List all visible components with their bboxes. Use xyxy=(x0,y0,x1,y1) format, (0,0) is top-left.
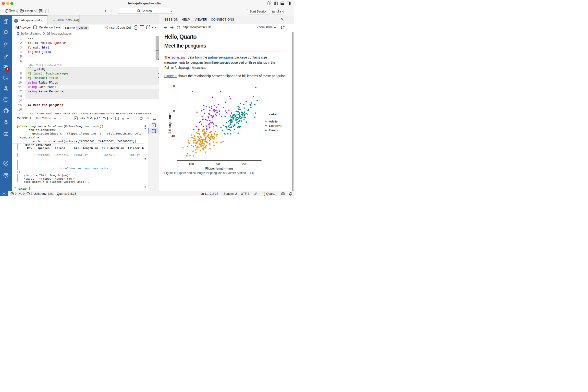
svg-text:200: 200 xyxy=(214,162,220,166)
svg-text:50: 50 xyxy=(172,110,175,113)
svg-text:Bill length (mm): Bill length (mm) xyxy=(168,112,172,134)
svg-text:Adelie: Adelie xyxy=(269,120,278,123)
svg-text:Chinstrap: Chinstrap xyxy=(269,124,282,128)
svg-text:60: 60 xyxy=(172,84,175,88)
svg-text:180: 180 xyxy=(189,162,194,166)
svg-text:40: 40 xyxy=(172,134,175,138)
svg-text:Flipper length (mm): Flipper length (mm) xyxy=(205,166,233,170)
svg-text:220: 220 xyxy=(240,162,246,166)
svg-text:Gentoo: Gentoo xyxy=(269,128,279,132)
svg-text:color: color xyxy=(269,112,277,116)
